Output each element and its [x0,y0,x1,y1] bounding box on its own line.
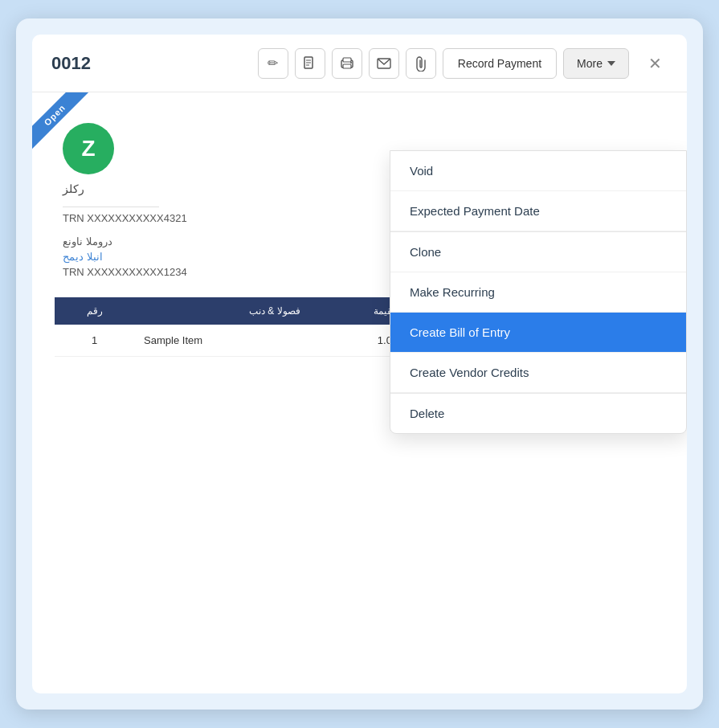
vendor-avatar: Z [63,123,114,174]
chevron-down-icon [607,61,615,66]
vendor-trn: TRN XXXXXXXXXXX4321 [63,212,187,224]
svg-point-7 [350,62,352,63]
vendor-link[interactable]: انبلا ديمح [63,251,103,263]
dropdown-item-make-recurring[interactable]: Make Recurring [390,272,686,313]
edit-button[interactable]: ✏ [258,48,288,79]
col-header-item: فصولا & دنب [134,297,309,325]
dropdown-item-create-vendor-credits[interactable]: Create Vendor Credits [390,353,686,393]
address-label: دروملا ناونع [63,235,112,247]
more-button[interactable]: More [563,48,629,79]
row-item: Sample Item [134,325,309,357]
body: Open Z ركلز TRN XXXXXXXXXXX4321 دروملا ن… [32,92,687,693]
header-actions: ✏ Record Payment More ✕ [258,48,668,79]
bill-number: 0012 [51,53,91,74]
divider-line-1 [63,207,159,207]
dropdown-item-expected-payment-date[interactable]: Expected Payment Date [390,191,686,231]
document-button[interactable] [295,48,325,79]
header: 0012 ✏ Record Payment More [32,35,687,92]
record-payment-button[interactable]: Record Payment [443,48,557,79]
dropdown-item-void[interactable]: Void [390,151,686,191]
svg-rect-5 [343,58,351,62]
dropdown-item-delete[interactable]: Delete [390,394,686,433]
attachment-button[interactable] [406,48,436,79]
modal-inner: 0012 ✏ Record Payment More [32,35,687,693]
mail-button[interactable] [369,48,399,79]
dropdown-item-create-bill-of-entry[interactable]: Create Bill of Entry [390,313,686,353]
dropdown-item-clone[interactable]: Clone [390,232,686,272]
more-label: More [577,57,603,70]
svg-rect-6 [343,64,351,68]
close-button[interactable]: ✕ [642,51,668,76]
vendor-trn2: TRN XXXXXXXXXXX1234 [63,266,187,278]
row-num: 1 [55,325,134,357]
more-dropdown: Void Expected Payment Date Clone Make Re… [390,150,687,434]
modal-container: 0012 ✏ Record Payment More [16,18,703,710]
print-button[interactable] [332,48,362,79]
vendor-name: ركلز [63,182,84,195]
col-header-num: رقم [55,297,134,325]
